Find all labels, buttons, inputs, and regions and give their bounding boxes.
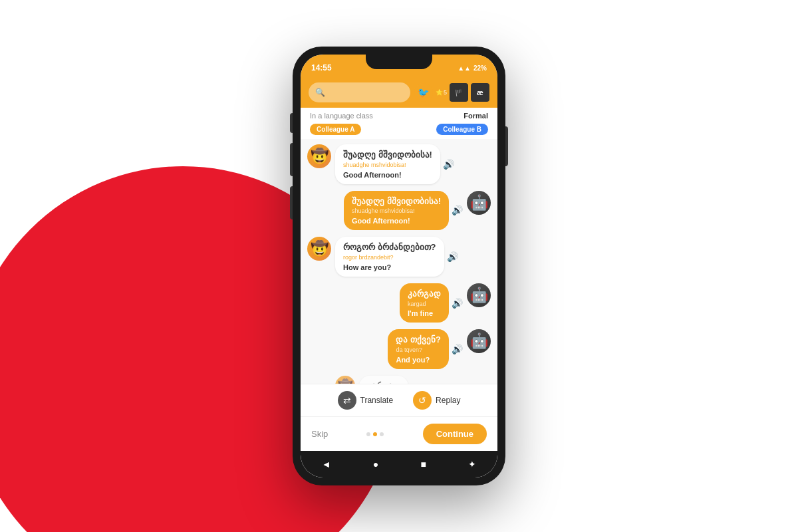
audio-icon[interactable]: 🔊 [452,344,463,354]
bottom-controls: ⇄ Translate ↺ Replay [301,384,497,416]
nav-icons: 🐦 ⭐ 5 🏴 æ [414,83,489,102]
register-label: Formal [464,112,488,120]
avatar-emoji-b: 🤖 [470,194,488,211]
avatar-b: 🤖 [467,191,491,215]
bubble-wrap: შუადღე მშვიდობისა! shuadghe mshvidobisa!… [335,144,454,184]
flag-icon-btn[interactable]: 🏴 [450,83,468,102]
context-label: In a language class [310,112,373,120]
replay-label: Replay [436,396,460,405]
message-romanized: da tqven? [396,346,441,354]
dot-1 [366,432,370,436]
message-georgian: როგორ ბრძანდებით? [343,242,436,253]
message-english: And you? [396,356,441,364]
message-bubble: და თქვენ? da tqven? And you? [388,329,449,369]
bubble-wrap: 🔊 შუადღე მშვიდობისა! shuadghe mshvidobis… [344,191,463,231]
partial-bubble: კარგად [359,376,408,384]
avatar-emoji-b: 🤖 [470,332,488,350]
bubble-wrap: 🔊 და თქვენ? da tqven? And you? [388,329,463,369]
partial-georgian: კარგად [367,381,400,384]
message-bubble: შუადღე მშვიდობისა! shuadghe mshvidobisa!… [344,191,449,231]
context-bar: In a language class Formal [301,108,497,124]
recent-button[interactable]: ■ [421,459,426,469]
message-row: 🤖 🔊 შუადღე მშვიდობისა! shuadghe mshvidob… [307,191,491,231]
volume-up-button [290,113,293,133]
action-bar: Skip Continue [301,416,497,451]
bubble-wrap: როგორ ბრძანდებით? rogor brdzandebit? How… [335,237,458,277]
replay-icon: ↺ [413,391,432,410]
skip-button[interactable]: Skip [311,429,328,439]
avatar-a: 🤠 [307,144,331,168]
avatar-emoji-a: 🤠 [311,240,329,257]
status-time: 14:55 [311,63,332,72]
star-icon: ⭐ [436,89,443,96]
replay-button[interactable]: ↺ Replay [413,391,460,410]
message-romanized: shuadghe mshvidobisa! [352,207,441,215]
chat-area: 🤠 შუადღე მშვიდობისა! shuadghe mshvidobis… [301,139,497,384]
audio-icon[interactable]: 🔊 [443,159,454,170]
avatar-emoji-a: 🤠 [311,148,329,165]
android-nav: ◄ ● ■ ✦ [301,451,497,477]
search-icon: 🔍 [315,88,325,97]
volume-down-button [290,143,293,176]
battery-icon: 22% [473,65,487,72]
search-bar[interactable]: 🔍 [309,82,410,102]
notch [366,55,432,69]
message-bubble: შუადღე მშვიდობისა! shuadghe mshvidobisa!… [335,144,440,184]
message-english: Good Afternoon! [343,171,432,179]
status-bar: 14:55 ▲▲ 22% [301,55,497,78]
colleague-tags: Colleague A Colleague B [301,124,497,139]
translate-icon: ⇄ [338,391,356,410]
audio-icon[interactable]: 🔊 [452,298,463,309]
ae-icon-btn[interactable]: æ [471,83,489,102]
audio-icon[interactable]: 🔊 [452,205,463,215]
phone-wrapper: 14:55 ▲▲ 22% 🔍 🐦 ⭐ 5 🏴 æ [293,47,505,485]
back-button[interactable]: ◄ [322,459,331,469]
avatar-a-partial: 🤠 [335,376,355,384]
message-row: 🤖 🔊 კარგად kargad I'm fine [307,283,491,323]
avatar-a: 🤠 [307,237,331,261]
dot-2 [373,432,377,436]
accessibility-button[interactable]: ✦ [468,459,476,469]
avatar-b: 🤖 [467,283,491,307]
colleague-a-tag: Colleague A [310,124,361,135]
silent-button [290,186,293,219]
phone-screen: 14:55 ▲▲ 22% 🔍 🐦 ⭐ 5 🏴 æ [301,55,497,477]
message-romanized: shuadghe mshvidobisa! [343,162,432,170]
translate-button[interactable]: ⇄ Translate [338,391,394,410]
message-bubble: კარგად kargad I'm fine [400,283,449,323]
message-bubble: როგორ ბრძანდებით? rogor brdzandebit? How… [335,237,444,277]
pagination-dots [366,432,384,436]
colleague-b-tag: Colleague B [436,124,488,135]
power-button [505,126,508,166]
bird-icon-btn[interactable]: 🐦 [414,83,433,102]
bubble-wrap: 🔊 კარგად kargad I'm fine [400,283,463,323]
message-romanized: kargad [408,301,441,309]
audio-icon[interactable]: 🔊 [447,251,458,262]
star-badge[interactable]: ⭐ 5 [436,89,447,96]
dot-3 [380,432,384,436]
message-english: I'm fine [408,309,441,317]
continue-button[interactable]: Continue [423,424,487,444]
message-georgian: კარგად [408,289,441,300]
message-row: 🤖 🔊 და თქვენ? da tqven? And you? [307,329,491,369]
avatar-b: 🤖 [467,329,491,353]
message-row: 🤠 როგორ ბრძანდებით? rogor brdzandebit? H… [307,237,491,277]
star-count: 5 [444,89,447,96]
message-romanized: rogor brdzandebit? [343,254,436,262]
avatar-emoji-b: 🤖 [470,287,488,304]
top-nav: 🔍 🐦 ⭐ 5 🏴 æ [301,78,497,108]
message-georgian: და თქვენ? [396,334,441,346]
signal-icon: ▲▲ [458,65,471,72]
message-english: How are you? [343,263,436,271]
message-english: Good Afternoon! [352,217,441,225]
translate-label: Translate [360,396,394,405]
status-icons: ▲▲ 22% [458,65,487,72]
message-georgian: შუადღე მშვიდობისა! [343,150,432,161]
phone-device: 14:55 ▲▲ 22% 🔍 🐦 ⭐ 5 🏴 æ [293,47,505,485]
message-row: 🤠 შუადღე მშვიდობისა! shuadghe mshvidobis… [307,144,491,184]
message-georgian: შუადღე მშვიდობისა! [352,196,441,207]
home-button[interactable]: ● [373,459,378,469]
avatar-emoji-partial: 🤠 [338,378,352,384]
partial-message-row: 🤠 კარგად [307,376,491,384]
